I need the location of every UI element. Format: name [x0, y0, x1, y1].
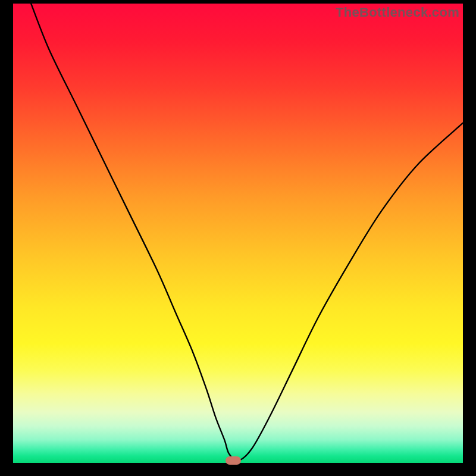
plot-area	[13, 4, 463, 463]
curve-path	[31, 4, 463, 461]
min-marker	[226, 456, 241, 465]
chart-frame: TheBottleneck.com	[0, 0, 476, 476]
watermark-text: TheBottleneck.com	[336, 5, 459, 20]
bottleneck-curve	[13, 4, 463, 463]
